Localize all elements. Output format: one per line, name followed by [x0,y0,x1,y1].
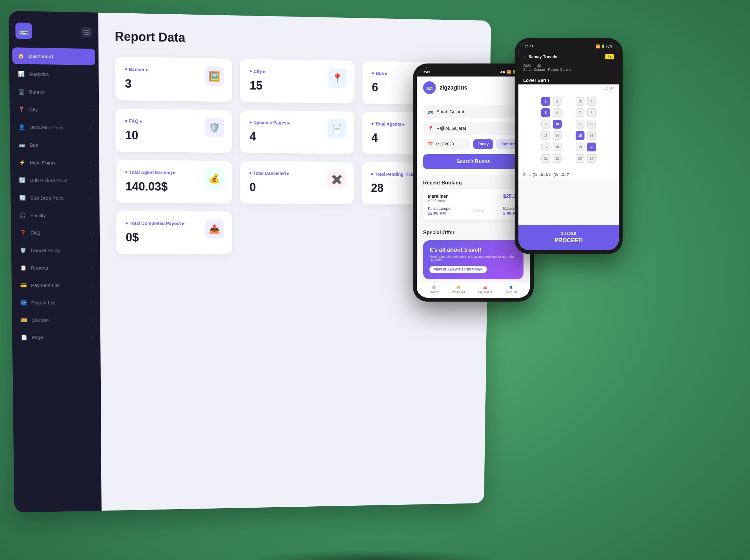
search-buses-button[interactable]: Search Buses [423,154,524,169]
seat-1[interactable]: 1 [541,97,550,106]
sidebar-item-dashboard[interactable]: 🏠 Dashboard [13,47,95,65]
sidebar-item-bus[interactable]: 🚌 Bus › [13,137,96,154]
nav-icon: 🛡️ [19,247,27,254]
nav-label: Coupon [32,317,48,323]
hamburger-button[interactable] [81,27,92,38]
duration: 03h 15m [471,209,484,213]
bus-name: Maraliner [428,194,448,199]
seat-21[interactable]: 21 [541,154,550,163]
proceed-button[interactable]: PROCEED [525,237,612,244]
nav-label: City [29,107,38,112]
nav-label: Facility [31,212,46,218]
sidebar-item-reports[interactable]: 📋 Reports › [15,260,97,276]
stat-card-city: City ▸ 15 📍 [240,59,355,103]
nav-label: Payout List [31,300,56,305]
sidebar-item-facility[interactable]: 🎧 Facility › [14,207,96,224]
seat-5[interactable]: 5 [541,108,550,117]
depart-info: Kuala Lumpur 12:00 PM [428,206,452,215]
nav-arrow-icon: › [90,143,91,148]
sidebar-item-sub-drop-point[interactable]: 🔄 Sub Drop Point › [14,189,96,206]
seat-19[interactable]: 19 [576,143,585,151]
offer-button[interactable]: VIEW BUSES WITH THIS OFFER [430,266,487,273]
to-field[interactable]: 📍 Rajkot, Gujarat [423,122,524,134]
seat-22[interactable]: 22 [553,154,561,163]
seat-7[interactable]: 7 [576,108,585,117]
upper-label: Upper [518,84,619,92]
nav-icon: 📋 [20,264,27,271]
seat-20[interactable]: 20 [587,143,596,151]
seat-11[interactable]: 11 [576,120,585,129]
seat-8[interactable]: 8 [587,108,596,117]
nav-icon: 👤 [18,123,25,130]
shadow-decoration [248,551,502,560]
seat-17[interactable]: 17 [541,143,550,151]
nav-wallet[interactable]: 👛 My Wallet [478,286,492,294]
stat-icon: 📤 [204,220,224,239]
bus-type: AC Seater [428,199,448,203]
nav-home[interactable]: 🏠 Home [430,286,438,294]
nav-ticket[interactable]: 🎫 My Ticket [451,286,465,294]
right-phone-header-title: ← Samay Travels 8+ [518,51,619,62]
seat-14[interactable]: 14 [553,131,561,140]
sidebar-item-banner[interactable]: 🖥️ Banner › [13,83,96,101]
sidebar-item-cancel-policy[interactable]: 🛡️ Cancel Policy › [15,242,97,258]
sidebar-item-faq[interactable]: ❓ FAQ › [14,225,97,241]
sidebar-item-coupon[interactable]: 🎫 Coupon › [15,311,97,328]
sidebar-item-page[interactable]: 📄 Page › [16,329,97,346]
recent-booking-title: Recent Booking [417,175,530,189]
today-button[interactable]: Today [473,139,493,149]
seat-15[interactable]: 15 [576,131,585,140]
route-row: Kuala Lumpur 12:00 PM 03h 15m Malacca 2:… [428,206,519,215]
nav-arrow-icon: › [90,248,92,252]
seat-24[interactable]: 24 [587,154,596,163]
proceed-bar: $ 2800.0 PROCEED [518,225,619,250]
nav-arrow-icon: › [90,125,91,130]
sidebar-item-analytics[interactable]: 📊 Analytics [13,65,95,83]
date-field[interactable]: 📅 1/12/2023 [423,139,470,149]
nav-label: Sub Pickup Point [30,177,68,183]
nav-arrow-icon: › [90,213,92,217]
seat-18[interactable]: 18 [553,143,561,151]
sidebar-item-sub-pickup-point[interactable]: 🔄 Sub Pickup Point › [14,172,96,189]
date-text: 1/12/2023 [435,142,454,146]
seat-12[interactable]: 12 [587,120,596,129]
seat-13[interactable]: 13 [541,131,550,140]
booking-card: Maraliner AC Seater $25.38 Kuala Lumpur … [423,189,524,220]
seat-3[interactable]: 3 [576,97,585,106]
nav-account[interactable]: 👤 Account [506,286,517,294]
seat-gap [564,97,573,106]
sidebar-item-main-points[interactable]: ⚡ Main Points › [13,154,96,171]
seat-9[interactable]: 9 [541,120,550,129]
seat-2[interactable]: 2 [553,97,561,106]
seat-row-4: 13 14 15 16 [523,131,614,140]
app-logo: 🚌 [423,81,436,94]
stat-icon: 📍 [328,68,347,88]
seat-10[interactable]: 10 [553,120,561,129]
nav-label: Dashboard [28,53,53,59]
nav-arrow-icon: › [90,195,91,200]
seat-6[interactable]: 6 [553,108,561,117]
right-phone-date: 2023-11-30 Surat, Gujarat - Rajkot, Guja… [518,62,619,75]
left-phone-screen: 3:49 ◀ ▶ 📶 🔋46% 🚌 zigzagbus 🚌 Surat, Guj… [417,67,530,298]
sidebar-logo: 🚌 [8,18,98,46]
seat-map: 1 2 3 4 5 6 7 8 9 10 11 [518,92,619,170]
stat-card-total-completed-payout: Total Completed Payout ▸ 0$ 📤 [116,211,232,254]
seat-row-1: 1 2 3 4 [523,97,614,106]
nav-label: Analytics [29,71,49,77]
sidebar-item-city[interactable]: 📍 City › [13,101,96,119]
stat-card-banner: Banner ▸ 3 🖼️ [115,57,232,102]
sidebar-item-payment-list[interactable]: 💳 Payment List › [15,277,97,293]
offer-card: It's all about travel! Helping people bo… [423,240,524,279]
seat-16[interactable]: 16 [587,131,596,140]
nav-icon: 📄 [20,334,28,340]
status-time: 3:49 [423,70,430,74]
sidebar-item-drop-pick-point[interactable]: 👤 Drop/Pick Point › [13,119,96,136]
from-field[interactable]: 🚌 Surat, Gujarat [423,105,524,118]
seat-23[interactable]: 23 [576,154,585,163]
sidebar-item-payout-list[interactable]: 🏧 Payout List › [15,294,97,310]
search-section: 🚌 Surat, Gujarat 📍 Rajkot, Gujarat 📅 1/1… [417,99,530,175]
seat-4[interactable]: 4 [587,97,596,106]
nav-icon: 📊 [18,70,25,77]
nav-arrow-icon: › [91,335,92,339]
right-status-bar: 12:28 📶 🔋76% [518,42,619,51]
